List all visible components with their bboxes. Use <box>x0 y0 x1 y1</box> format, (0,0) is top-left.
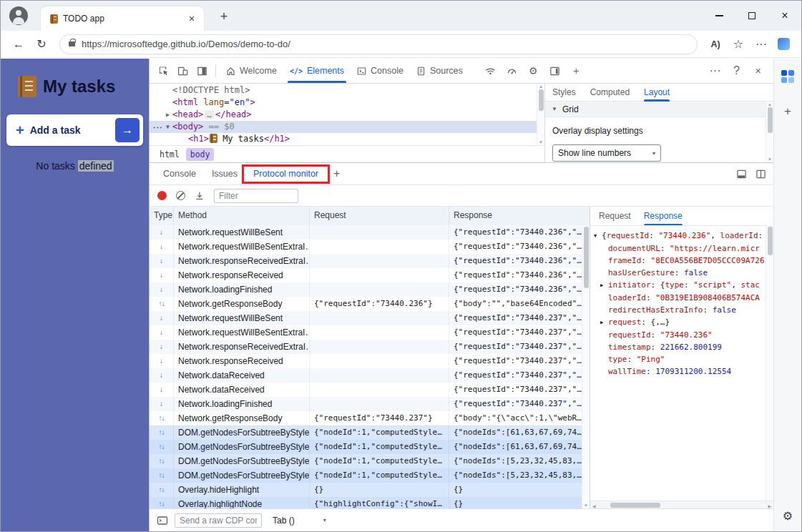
device-toolbar-icon[interactable] <box>173 61 192 81</box>
back-button[interactable]: ← <box>8 34 29 55</box>
inspect-icon[interactable] <box>154 61 173 81</box>
close-button[interactable]: × <box>768 1 801 31</box>
scrollbar-thumb[interactable] <box>610 503 660 508</box>
table-row[interactable]: ↑↓Network.getResponseBody{"requestId":"7… <box>150 297 582 311</box>
column-response[interactable]: Response <box>449 207 582 225</box>
scrollbar-thumb[interactable] <box>768 227 773 255</box>
table-row[interactable]: ↑↓DOM.getNodesForSubtreeByStyle{"nodeId"… <box>150 425 582 440</box>
breadcrumb-html[interactable]: html <box>155 148 184 161</box>
add-task-submit-button[interactable]: → <box>115 118 140 142</box>
dom-tree-line[interactable]: •••▼<body> == $0 <box>150 121 537 133</box>
detail-horizontal-scrollbar[interactable]: ◀ ▶ <box>590 501 773 508</box>
drawer-tab-console[interactable]: Console <box>157 163 202 184</box>
scroll-down-icon[interactable]: ▼ <box>539 140 543 144</box>
url-bar[interactable]: https://microsoftedge.github.io/Demos/de… <box>59 34 698 54</box>
sidebar-toggle-icon[interactable] <box>778 38 790 50</box>
network-conditions-wifi-icon[interactable] <box>481 61 500 81</box>
profile-avatar[interactable] <box>9 6 28 25</box>
tab-styles[interactable]: Styles <box>552 84 576 102</box>
dom-tree-line[interactable]: ▶<head>…</head> <box>150 109 537 121</box>
target-selector[interactable]: Tab () ▾ <box>268 514 331 527</box>
scroll-right-icon[interactable]: ▶ <box>768 503 771 508</box>
table-scrollbar[interactable]: ▼ <box>582 225 590 508</box>
table-row[interactable]: ↑↓Network.getResponseBody{"requestId":"7… <box>150 411 582 425</box>
browser-tab[interactable]: TODO app × <box>41 6 204 31</box>
styles-scrollbar[interactable]: ▲ ▼ <box>766 102 773 162</box>
dock-drawer-icon[interactable] <box>736 169 747 179</box>
tab-computed[interactable]: Computed <box>590 84 630 102</box>
more-menu-icon[interactable]: ··· <box>750 34 772 55</box>
table-row[interactable]: ↓Network.requestWillBeSentExtraI…{"reque… <box>150 325 582 340</box>
dom-tree-line[interactable]: <html lang="en"> <box>150 97 537 109</box>
table-row[interactable]: ↑↓Overlay.hideHighlight{}{} <box>150 483 582 497</box>
tab-request[interactable]: Request <box>599 207 631 225</box>
table-row[interactable]: ↑↓DOM.getNodesForSubtreeByStyle{"nodeId"… <box>150 440 582 454</box>
table-row[interactable]: ↓Network.loadingFinished{"requestId":"73… <box>150 397 582 411</box>
cdp-command-input[interactable] <box>175 513 262 528</box>
dom-tree-scrollbar[interactable]: ▲ ▼ <box>537 84 544 145</box>
focus-page-icon[interactable] <box>192 61 212 81</box>
tab-response[interactable]: Response <box>644 207 683 225</box>
split-panel-icon[interactable] <box>755 169 766 179</box>
expand-arrow-icon[interactable]: ▼ <box>163 121 172 133</box>
table-row[interactable]: ↓Network.dataReceived{"requestId":"73440… <box>150 383 582 397</box>
expand-arrow-icon[interactable]: ▶ <box>600 317 608 329</box>
tab-console[interactable]: Console <box>351 59 410 83</box>
table-row[interactable]: ↑↓DOM.getNodesForSubtreeByStyle{"nodeId"… <box>150 468 582 483</box>
tab-sources[interactable]: Sources <box>410 59 469 83</box>
drawer-tab-issues[interactable]: Issues <box>205 163 244 184</box>
detail-scrollbar[interactable] <box>766 225 773 501</box>
column-method[interactable]: Method <box>174 207 310 225</box>
tab-elements[interactable]: </> Elements <box>283 59 351 83</box>
new-tab-button[interactable]: + <box>215 8 233 25</box>
table-row[interactable]: ↑↓Overlay.highlightNode{"highlightConfig… <box>150 497 582 508</box>
dom-tree-line[interactable]: <!DOCTYPE html> <box>150 84 537 97</box>
table-row[interactable]: ↓Network.loadingFinished{"requestId":"73… <box>150 282 582 297</box>
scroll-up-icon[interactable]: ▲ <box>768 102 772 107</box>
table-row[interactable]: ↓Network.responseReceived{"requestId":"7… <box>150 268 582 282</box>
scrollbar-thumb[interactable] <box>539 89 544 111</box>
favorites-star-icon[interactable]: ☆ <box>728 34 749 55</box>
table-row[interactable]: ↓Network.dataReceived{"requestId":"73440… <box>150 368 582 383</box>
add-task-input[interactable]: Add a task <box>30 124 109 136</box>
column-type[interactable]: Type <box>150 207 174 225</box>
tab-close-icon[interactable]: × <box>185 12 198 25</box>
sidebar-add-icon[interactable]: + <box>784 104 791 119</box>
settings-gear-icon[interactable]: ⚙ <box>524 61 543 81</box>
filter-input[interactable] <box>214 189 298 203</box>
scroll-up-icon[interactable]: ▲ <box>539 84 543 89</box>
tab-welcome[interactable]: Welcome <box>220 59 283 83</box>
scroll-down-icon[interactable]: ▼ <box>768 157 772 162</box>
table-row[interactable]: ↓Network.requestWillBeSent{"requestId":"… <box>150 225 582 240</box>
add-drawer-tab-icon[interactable]: + <box>333 167 340 180</box>
tab-layout[interactable]: Layout <box>644 84 670 102</box>
record-button[interactable] <box>157 191 167 200</box>
refresh-button[interactable]: ↻ <box>31 34 52 55</box>
scroll-left-icon[interactable]: ◀ <box>592 503 596 508</box>
dock-side-icon[interactable] <box>545 61 564 81</box>
customize-devtools-icon[interactable]: ··· <box>705 61 725 81</box>
table-row[interactable]: ↓Network.responseReceived{"requestId":"7… <box>150 354 582 368</box>
grid-section-header[interactable]: ▼ Grid <box>545 102 773 117</box>
scrollbar-thumb[interactable] <box>768 107 773 133</box>
table-row[interactable]: ↓Network.requestWillBeSent{"requestId":"… <box>150 311 582 325</box>
column-request[interactable]: Request <box>310 207 449 225</box>
minimize-button[interactable] <box>703 1 735 31</box>
clear-icon[interactable] <box>176 191 185 200</box>
table-row[interactable]: ↓Network.responseReceivedExtraI…{"reques… <box>150 340 582 354</box>
maximize-button[interactable] <box>735 1 768 31</box>
expand-arrow-icon[interactable]: ▼ <box>594 230 602 242</box>
performance-gauge-icon[interactable] <box>502 61 522 81</box>
breadcrumb-body[interactable]: body <box>186 148 215 161</box>
save-icon[interactable] <box>195 191 205 201</box>
settings-gear-icon[interactable]: ⚙ <box>783 509 793 523</box>
read-aloud-icon[interactable]: A) <box>705 34 726 55</box>
help-icon[interactable]: ? <box>727 61 746 81</box>
close-devtools-icon[interactable]: × <box>748 61 768 81</box>
sidebar-apps-icon[interactable] <box>781 70 794 83</box>
table-row[interactable]: ↑↓DOM.getNodesForSubtreeByStyle{"nodeId"… <box>150 454 582 468</box>
scroll-down-icon[interactable]: ▼ <box>584 503 588 508</box>
drawer-tab-protocol-monitor[interactable]: Protocol monitor <box>247 163 325 184</box>
add-task-form[interactable]: + Add a task → <box>6 114 143 146</box>
table-row[interactable]: ↓Network.responseReceivedExtraI…{"reques… <box>150 254 582 268</box>
